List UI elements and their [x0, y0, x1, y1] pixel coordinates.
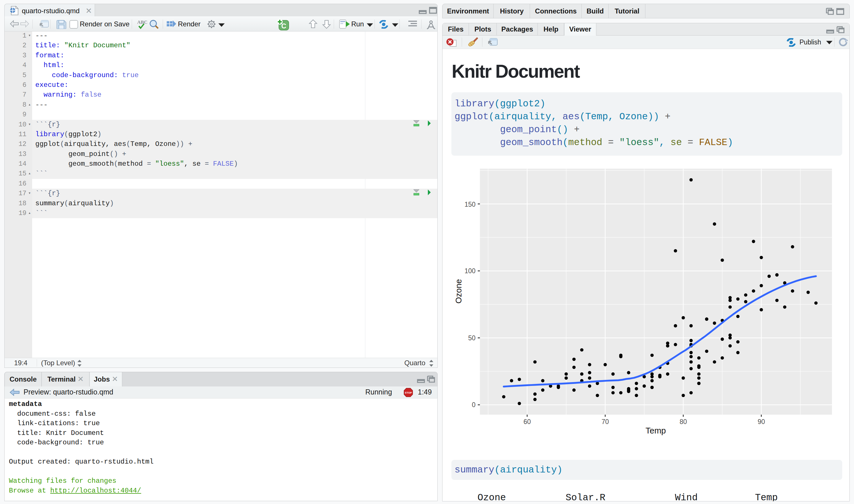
svg-text:80: 80 — [680, 418, 687, 426]
svg-text:90: 90 — [757, 418, 765, 426]
svg-text:100: 100 — [465, 267, 475, 275]
svg-text:Temp: Temp — [646, 426, 666, 435]
svg-text:70: 70 — [602, 418, 609, 426]
svg-text:ABC: ABC — [137, 19, 147, 25]
svg-text:60: 60 — [523, 418, 531, 426]
svg-text:150: 150 — [465, 201, 475, 208]
svg-text:STOP: STOP — [405, 391, 412, 394]
svg-text:0: 0 — [472, 401, 475, 409]
svg-text:50: 50 — [468, 334, 475, 342]
svg-text:Ozone: Ozone — [454, 279, 463, 303]
